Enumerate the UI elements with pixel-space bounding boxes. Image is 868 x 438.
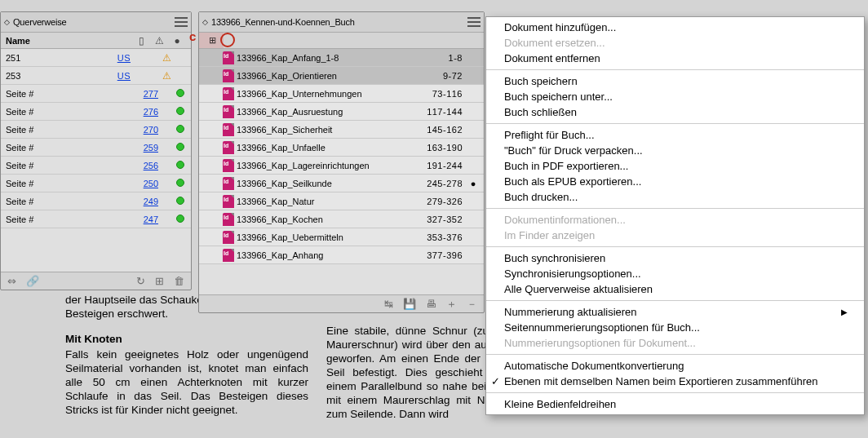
menu-item[interactable]: Automatische Dokumentkonvertierung — [486, 358, 864, 374]
xref-row[interactable]: Seite #249 — [1, 192, 191, 210]
xref-name: Seite # — [6, 179, 135, 188]
doc-status-icon: ● — [467, 179, 479, 188]
menu-item-label: Buch in PDF exportieren... — [504, 160, 628, 172]
status-icon — [175, 215, 186, 224]
xref-row[interactable]: Seite #276 — [1, 103, 191, 121]
add-doc-icon[interactable]: ＋ — [446, 297, 457, 312]
book-doc-row[interactable]: 133966_Kap_Natur279-326 — [199, 192, 484, 210]
link-icon[interactable]: 🔗 — [26, 275, 39, 287]
indd-file-icon — [220, 69, 237, 82]
status-icon — [175, 143, 186, 153]
page-icon: ▯ — [132, 35, 150, 46]
xref-list[interactable]: 251US⚠253US⚠Seite #277Seite #276Seite #2… — [1, 49, 191, 272]
book-doc-row[interactable]: 133966_Kap_Sicherheit145-162 — [199, 121, 484, 139]
xref-page-link[interactable]: 250 — [135, 179, 158, 188]
xref-page-link[interactable]: 277 — [135, 89, 158, 99]
menu-item-label: Buch drucken... — [504, 191, 578, 203]
book-doc-row[interactable]: 133966_Kap_Lagereinrichtungen191-244 — [199, 157, 484, 175]
refresh-icon[interactable]: ↻ — [136, 275, 145, 287]
menu-item[interactable]: Dokument entfernen — [486, 51, 864, 66]
xref-page-link[interactable]: 247 — [135, 215, 158, 224]
xref-page-link[interactable]: 276 — [135, 107, 158, 117]
xref-page-link[interactable]: 270 — [135, 125, 158, 135]
xref-row[interactable]: 251US⚠ — [1, 49, 191, 67]
book-doc-row[interactable]: 133966_Kap_Kochen327-352 — [199, 210, 484, 228]
book-doc-row[interactable]: 133966_Kap_Anhang377-396 — [199, 246, 484, 264]
doc-name: 133966_Kap_Kochen — [237, 215, 410, 224]
panel-menu-icon[interactable] — [175, 17, 188, 27]
doc-page-range: 279-326 — [410, 197, 467, 206]
xref-row[interactable]: Seite #250 — [1, 175, 191, 192]
menu-item[interactable]: Seitennummerierungsoptionen für Buch... — [486, 320, 864, 335]
book-doc-row[interactable]: 133966_Kap_Seilkunde245-278● — [199, 175, 484, 192]
status-icon — [175, 179, 186, 188]
menu-item[interactable]: Preflight für Buch... — [486, 127, 864, 143]
menu-item: Dokument ersetzen... — [486, 35, 864, 51]
panel-menu-icon[interactable] — [467, 17, 480, 27]
menu-item[interactable]: Buch drucken... — [486, 189, 864, 205]
menu-separator — [486, 300, 864, 301]
book-doc-row[interactable]: 133966_Kap_Uebermitteln353-376 — [199, 228, 484, 246]
menu-item[interactable]: Kleine Bedienfeldreihen — [486, 396, 864, 412]
status-icon — [175, 107, 186, 117]
new-xref-icon[interactable]: ⇔ — [7, 275, 16, 287]
book-doc-row[interactable]: 133966_Kap_Anfang_1-81-8 — [199, 49, 484, 67]
xref-panel-header[interactable]: ◇ Querverweise — [1, 12, 191, 33]
xref-page-link[interactable]: 259 — [135, 143, 158, 153]
doc-name: 133966_Kap_Anhang — [237, 250, 410, 260]
menu-item[interactable]: ✓Ebenen mit demselben Namen beim Exporti… — [486, 374, 864, 389]
xref-page-link[interactable]: 249 — [135, 197, 158, 206]
menu-item[interactable]: Buch synchronisieren — [486, 250, 864, 266]
xref-row[interactable]: Seite #270 — [1, 121, 191, 139]
menu-item[interactable]: Dokument hinzufügen... — [486, 20, 864, 35]
menu-item[interactable]: Buch speichern unter... — [486, 89, 864, 104]
book-panel-menu[interactable]: Dokument hinzufügen...Dokument ersetzen.… — [485, 16, 865, 415]
warning-icon: ⚠ — [150, 35, 168, 46]
menu-item[interactable]: Buch als EPUB exportieren... — [486, 174, 864, 189]
indd-file-icon — [220, 159, 237, 172]
xref-row[interactable]: 253US⚠ — [1, 67, 191, 85]
menu-item-label: Buch synchronisieren — [504, 252, 605, 264]
trash-icon[interactable]: 🗑 — [174, 275, 184, 287]
print-icon[interactable]: 🖶 — [426, 298, 436, 310]
menu-item: Nummerierungsoptionen für Dokument... — [486, 335, 864, 351]
menu-item[interactable]: Nummerierung aktualisieren▶ — [486, 304, 864, 320]
menu-item[interactable]: Alle Querverweise aktualisieren — [486, 281, 864, 297]
doc-page-range: 117-144 — [410, 107, 467, 117]
menu-item[interactable]: Buch speichern — [486, 73, 864, 89]
save-icon[interactable]: 💾 — [403, 298, 416, 310]
menu-item-label: Buch schließen — [504, 106, 577, 118]
menu-item[interactable]: Synchronisierungsoptionen... — [486, 266, 864, 281]
book-panel-header[interactable]: ◇ 133966_Kennen-und-Koennen_Buch — [199, 12, 484, 33]
menu-item[interactable]: Buch in PDF exportieren... — [486, 158, 864, 174]
xref-us-link[interactable]: US — [117, 53, 131, 63]
book-doc-row[interactable]: 133966_Kap_Unternehmungen73-116 — [199, 85, 484, 103]
sync-source-icon[interactable]: ⊞ — [204, 35, 220, 46]
xref-row[interactable]: Seite #259 — [1, 139, 191, 157]
book-doc-list[interactable]: 133966_Kap_Anfang_1-81-8133966_Kap_Orien… — [199, 49, 484, 294]
book-doc-row[interactable]: 133966_Kap_Ausruestung117-144 — [199, 103, 484, 121]
xref-row[interactable]: Seite #277 — [1, 85, 191, 103]
menu-item-label: Dokument ersetzen... — [504, 37, 605, 49]
menu-item[interactable]: "Buch" für Druck verpacken... — [486, 143, 864, 158]
indd-file-icon — [220, 249, 237, 262]
book-doc-row[interactable]: 133966_Kap_Unfaelle163-190 — [199, 139, 484, 157]
xref-name: 253 — [6, 71, 117, 81]
menu-item-label: Dokumentinformationen... — [504, 214, 626, 226]
sync-icon[interactable]: ↹ — [384, 298, 393, 310]
indd-file-icon — [220, 141, 237, 154]
menu-item-label: Automatische Dokumentkonvertierung — [504, 360, 684, 372]
convert-icon[interactable]: ⊞ — [155, 275, 164, 287]
xref-row[interactable]: Seite #247 — [1, 210, 191, 228]
remove-doc-icon[interactable]: － — [467, 297, 477, 312]
menu-separator — [486, 123, 864, 124]
menu-item[interactable]: Buch schließen — [486, 104, 864, 120]
xref-name: 251 — [6, 53, 117, 63]
xref-us-link[interactable]: US — [117, 71, 131, 81]
xref-footer: ⇔ 🔗 ↻ ⊞ 🗑 — [1, 272, 191, 290]
xref-page-link[interactable]: 256 — [135, 161, 158, 170]
indd-file-icon — [220, 105, 237, 118]
status-icon — [175, 89, 186, 99]
xref-row[interactable]: Seite #256 — [1, 157, 191, 175]
book-doc-row[interactable]: 133966_Kap_Orientieren9-72 — [199, 67, 484, 85]
